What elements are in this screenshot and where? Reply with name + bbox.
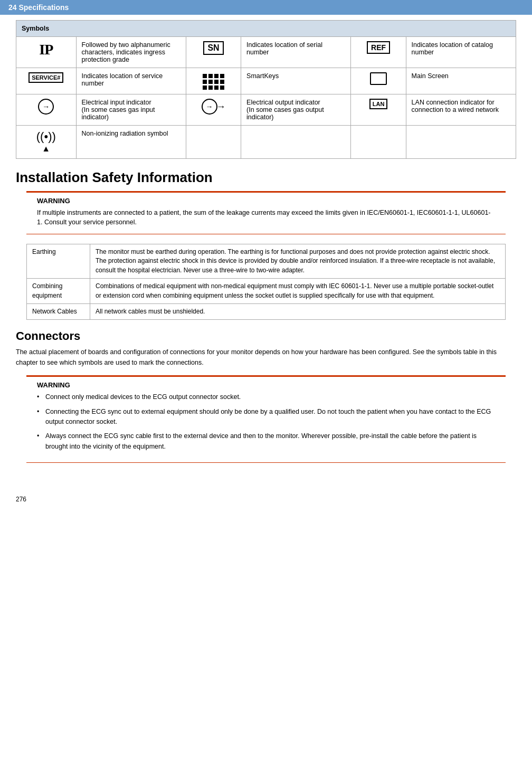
sn-text-cell: Indicates location of serial number [241,37,351,68]
elec-input-symbol: → [38,99,54,115]
sn-text: Indicates location of serial number [246,41,322,56]
lan-text-cell: LAN connection indicator for connection … [406,94,516,126]
warning-block-2: WARNING Connect only medical devices to … [26,375,506,463]
page-title: 24 Specifications [8,3,69,12]
connectors-heading: Connectors [16,329,516,343]
ref-symbol-cell: REF [351,37,406,68]
elec-out-text-cell: Electrical output indicator(In some case… [241,94,351,126]
network-text: All network cables must be unshielded. [90,304,506,320]
lan-text: LAN connection indicator for connection … [412,99,499,113]
mainscreen-text: Main Screen [412,72,449,80]
symbols-table-header: Symbols [16,21,516,37]
smartkeys-text: SmartKeys [246,72,279,80]
service-symbol: SERVICE# [28,72,63,83]
smartkeys-symbol-cell [186,68,241,94]
warning-title-1: WARNING [37,197,495,205]
elec-in-symbol-cell: → [16,94,77,126]
radiation-text-cell: Non-ionizing radiation symbol [76,126,186,159]
ref-text-cell: Indicates location of catalog number [406,37,516,68]
combining-label: Combining equipment [27,279,90,304]
elec-in-text: Electrical input indicator(In some cases… [82,99,155,121]
warning-block-1: WARNING If multiple instruments are conn… [26,191,506,235]
sn-symbol-cell: SN [186,37,241,68]
empty-cell [186,126,241,159]
table-row: SERVICE# Indicates location of service n… [16,68,516,94]
warning-text-1: If multiple instruments are connected to… [37,208,495,228]
table-row: ((•)) ▲ Non-ionizing radiation symbol [16,126,516,159]
empty-cell [351,126,406,159]
warning-item-2: Connecting the ECG sync out to external … [45,408,491,425]
ref-text: Indicates location of catalog number [412,41,493,56]
arrow-out-ext: → [216,101,226,112]
page-footer: 276 [0,493,532,505]
warning-list: Connect only medical devices to the ECG … [37,392,495,452]
table-row: → Electrical input indicator(In some cas… [16,94,516,126]
mainscreen-symbol-cell [351,68,406,94]
elec-output-symbol: → [202,99,217,115]
sn-symbol: SN [203,41,223,55]
symbols-table: Symbols IP Followed by two alphanumeric … [16,20,516,159]
service-text-cell: Indicates location of service number [76,68,186,94]
table-row: Network Cables All network cables must b… [27,304,506,320]
list-item: Connect only medical devices to the ECG … [37,392,495,402]
ref-symbol: REF [367,41,390,54]
table-row: IP Followed by two alphanumeric characte… [16,37,516,68]
table-row: Combining equipment Combinations of medi… [27,279,506,304]
radiation-symbol-cell: ((•)) ▲ [16,126,77,159]
page-number: 276 [16,496,26,503]
earthing-label: Earthing [27,244,90,279]
mainscreen-symbol [370,72,387,85]
elec-out-symbol-cell: → → [186,94,241,126]
network-label: Network Cables [27,304,90,320]
warning-title-2: WARNING [37,381,495,389]
service-symbol-cell: SERVICE# [16,68,77,94]
elec-in-text-cell: Electrical input indicator(In some cases… [76,94,186,126]
ip-symbol-cell: IP [16,37,77,68]
info-table: Earthing The monitor must be earthed dur… [26,244,506,320]
earthing-text: The monitor must be earthed during opera… [90,244,506,279]
empty-cell [406,126,516,159]
service-text: Indicates location of service number [82,72,163,87]
installation-heading: Installation Safety Information [16,169,516,186]
warning-item-3: Always connect the ECG sync cable first … [45,432,477,450]
smartkeys-symbol [203,74,224,90]
radiation-text: Non-ionizing radiation symbol [82,130,168,137]
table-row: Earthing The monitor must be earthed dur… [27,244,506,279]
warning-item-1: Connect only medical devices to the ECG … [45,393,241,401]
ip-symbol: IP [39,41,53,58]
mainscreen-text-cell: Main Screen [406,68,516,94]
combining-text: Combinations of medical equipment with n… [90,279,506,304]
list-item: Always connect the ECG sync cable first … [37,431,495,452]
lan-symbol: LAN [369,99,388,109]
ip-text-cell: Followed by two alphanumeric characters,… [76,37,186,68]
page-header: 24 Specifications [0,0,532,15]
smartkeys-text-cell: SmartKeys [241,68,351,94]
elec-out-text: Electrical output indicator(In some case… [246,99,324,121]
empty-cell [241,126,351,159]
radiation-symbol: ((•)) ▲ [22,130,71,154]
ip-text: Followed by two alphanumeric characters,… [82,41,170,63]
lan-symbol-cell: LAN [351,94,406,126]
list-item: Connecting the ECG sync out to external … [37,407,495,428]
connectors-body: The actual placement of boards and confi… [16,347,516,368]
